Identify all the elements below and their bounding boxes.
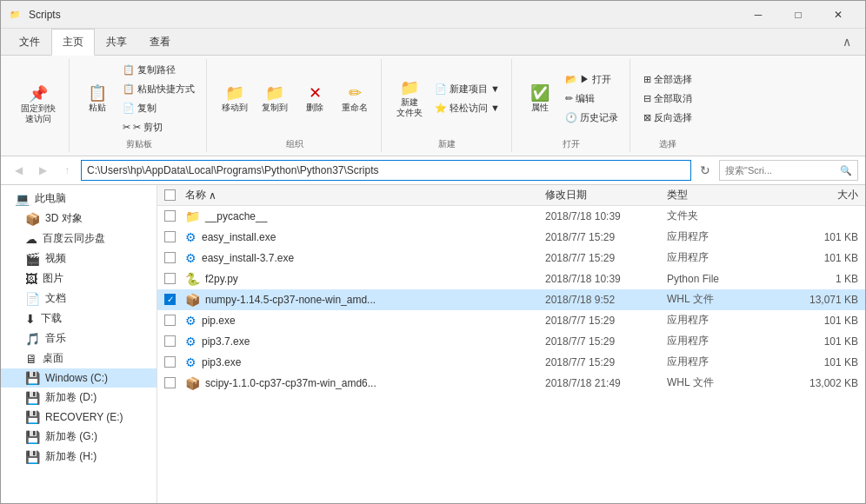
ribbon-collapse-button[interactable]: ∧ xyxy=(843,35,851,49)
group-open: ✅ 属性 📂 ▶ 打开 ✏ 编辑 🕐 历史记录 xyxy=(514,59,630,152)
invert-select-button[interactable]: ⊠ 反向选择 xyxy=(639,109,696,127)
properties-button[interactable]: ✅ 属性 xyxy=(521,76,559,122)
row-check-pip[interactable] xyxy=(164,315,185,326)
table-row[interactable]: ✓ 📦 numpy-1.14.5-cp37-none-win_amd... 20… xyxy=(157,289,865,310)
sidebar-item-pic[interactable]: 🖼 图片 xyxy=(1,269,157,288)
copy-button[interactable]: 📄 复制 xyxy=(118,99,199,117)
row-check-f2py[interactable] xyxy=(164,273,185,284)
checkbox-pip37[interactable] xyxy=(164,335,176,347)
select-all-button[interactable]: ⊞ 全部选择 xyxy=(639,70,696,89)
row-date-numpy: 2018/7/18 9:52 xyxy=(545,294,667,306)
row-check-easyinstall[interactable] xyxy=(164,231,185,242)
address-input[interactable] xyxy=(81,160,691,181)
checkbox-easyinstall37[interactable] xyxy=(164,252,176,263)
row-check-easyinstall37[interactable] xyxy=(164,252,185,263)
new-folder-button[interactable]: 📁 新建文件夹 xyxy=(390,76,429,122)
checkbox-pip3[interactable] xyxy=(164,356,176,368)
sidebar-item-c[interactable]: 💾 Windows (C:) xyxy=(1,368,157,388)
table-row[interactable]: 📦 scipy-1.1.0-cp37-cp37m-win_amd6... 201… xyxy=(157,373,865,394)
tab-home[interactable]: 主页 xyxy=(51,29,95,56)
paste-button[interactable]: 📋 粘贴 xyxy=(78,76,117,122)
new-item-button[interactable]: 📄 新建项目 ▼ xyxy=(430,80,504,98)
row-check-pycache[interactable] xyxy=(164,210,185,222)
forward-button[interactable]: ▶ xyxy=(32,160,53,181)
col-name[interactable]: 名称 ∧ xyxy=(185,188,545,202)
paste-icon: 📋 xyxy=(88,85,107,101)
row-type-pip37: 应用程序 xyxy=(667,334,771,348)
up-button[interactable]: ↑ xyxy=(57,160,77,181)
invert-select-icon: ⊠ xyxy=(643,112,651,123)
sidebar-item-h[interactable]: 💾 新加卷 (H:) xyxy=(1,447,157,467)
table-row[interactable]: ⚙ pip3.exe 2018/7/7 15:29 应用程序 101 KB xyxy=(157,352,865,373)
select-all-checkbox[interactable] xyxy=(164,189,176,201)
cut-button[interactable]: ✂ ✂ 剪切 xyxy=(118,118,199,136)
row-name-label: pip3.7.exe xyxy=(202,335,250,348)
delete-button[interactable]: ✕ 删除 xyxy=(296,76,334,122)
row-size-scipy: 13,002 KB xyxy=(771,377,858,389)
search-box: 🔍 xyxy=(719,160,858,181)
paste-shortcut-button[interactable]: 📋 粘贴快捷方式 xyxy=(118,80,199,98)
sidebar-item-3d[interactable]: 📦 3D 对象 xyxy=(1,209,157,229)
checkbox-pip[interactable] xyxy=(164,315,176,326)
sidebar-item-desktop[interactable]: 🖥 桌面 xyxy=(1,348,157,368)
checkbox-scipy[interactable] xyxy=(164,377,176,388)
sidebar-item-e[interactable]: 💾 RECOVERY (E:) xyxy=(1,408,157,427)
table-row[interactable]: 🐍 f2py.py 2018/7/18 10:39 Python File 1 … xyxy=(157,269,865,289)
row-check-scipy[interactable] xyxy=(164,377,185,388)
select-none-button[interactable]: ⊟ 全部取消 xyxy=(639,90,696,108)
sidebar-item-download[interactable]: ⬇ 下载 xyxy=(1,308,157,328)
sidebar-item-baidu[interactable]: ☁ 百度云同步盘 xyxy=(1,229,157,249)
py-icon: 🐍 xyxy=(185,272,200,286)
ribbon-tabs: 文件 主页 共享 查看 ∧ xyxy=(1,29,865,56)
sidebar-item-pc[interactable]: 💻 此电脑 xyxy=(1,189,157,209)
maximize-button[interactable]: □ xyxy=(778,1,818,29)
checkbox-easyinstall[interactable] xyxy=(164,231,176,242)
edit-button[interactable]: ✏ 编辑 xyxy=(561,90,623,108)
col-type-label: 类型 xyxy=(667,188,688,202)
sidebar: 💻 此电脑 📦 3D 对象 ☁ 百度云同步盘 🎬 视频 🖼 图片 📄 文档 ⬇ … xyxy=(1,185,157,504)
close-button[interactable]: ✕ xyxy=(818,1,858,29)
checkbox-f2py[interactable] xyxy=(164,273,176,284)
history-button[interactable]: 🕐 历史记录 xyxy=(561,109,623,127)
row-check-numpy[interactable]: ✓ xyxy=(164,294,185,305)
back-button[interactable]: ◀ xyxy=(8,160,29,181)
checkbox-pycache[interactable] xyxy=(164,210,176,222)
table-row[interactable]: ⚙ pip3.7.exe 2018/7/7 15:29 应用程序 101 KB xyxy=(157,331,865,352)
paste-shortcut-label: 粘贴快捷方式 xyxy=(137,83,195,96)
easy-access-button[interactable]: ⭐ 轻松访问 ▼ xyxy=(430,99,504,117)
sidebar-item-d[interactable]: 💾 新加卷 (D:) xyxy=(1,388,157,408)
paste-label: 粘贴 xyxy=(89,103,106,113)
sidebar-item-g[interactable]: 💾 新加卷 (G:) xyxy=(1,427,157,447)
row-check-pip37[interactable] xyxy=(164,335,185,347)
sidebar-item-music[interactable]: 🎵 音乐 xyxy=(1,328,157,348)
rename-button[interactable]: ✏ 重命名 xyxy=(336,76,374,122)
sidebar-item-video[interactable]: 🎬 视频 xyxy=(1,249,157,269)
sidebar-item-doc[interactable]: 📄 文档 xyxy=(1,288,157,308)
move-to-button[interactable]: 📁 移动到 xyxy=(216,76,254,122)
col-type[interactable]: 类型 xyxy=(667,188,771,202)
row-type-pycache: 文件夹 xyxy=(667,209,771,223)
checkbox-numpy[interactable]: ✓ xyxy=(164,294,176,305)
table-row[interactable]: ⚙ easy_install-3.7.exe 2018/7/7 15:29 应用… xyxy=(157,248,865,269)
tab-file[interactable]: 文件 xyxy=(8,29,51,56)
table-row[interactable]: ⚙ pip.exe 2018/7/7 15:29 应用程序 101 KB xyxy=(157,310,865,331)
row-name-label: easy_install-3.7.exe xyxy=(202,252,294,264)
col-date[interactable]: 修改日期 xyxy=(545,188,667,202)
table-row[interactable]: 📁 __pycache__ 2018/7/18 10:39 文件夹 xyxy=(157,206,865,227)
col-size[interactable]: 大小 xyxy=(771,188,858,202)
open-edit-column: 📂 ▶ 打开 ✏ 编辑 🕐 历史记录 xyxy=(561,70,623,127)
pin-quickaccess-button[interactable]: 📌 固定到快速访问 xyxy=(15,83,62,128)
tab-share[interactable]: 共享 xyxy=(95,29,138,56)
open-button[interactable]: 📂 ▶ 打开 xyxy=(561,70,623,89)
copy-path-button[interactable]: 📋 复制路径 xyxy=(118,61,199,79)
table-row[interactable]: ⚙ easy_install.exe 2018/7/7 15:29 应用程序 1… xyxy=(157,227,865,248)
tab-view[interactable]: 查看 xyxy=(138,29,182,56)
move-icon: 📁 xyxy=(225,85,244,101)
minimize-button[interactable]: ─ xyxy=(738,1,778,29)
copy-to-button[interactable]: 📁 复制到 xyxy=(256,76,294,122)
refresh-button[interactable]: ↻ xyxy=(695,160,716,181)
row-name-label: easy_install.exe xyxy=(202,231,276,243)
sidebar-label-d: 新加卷 (D:) xyxy=(45,390,97,405)
search-input[interactable] xyxy=(725,165,836,176)
row-check-pip3[interactable] xyxy=(164,356,185,368)
